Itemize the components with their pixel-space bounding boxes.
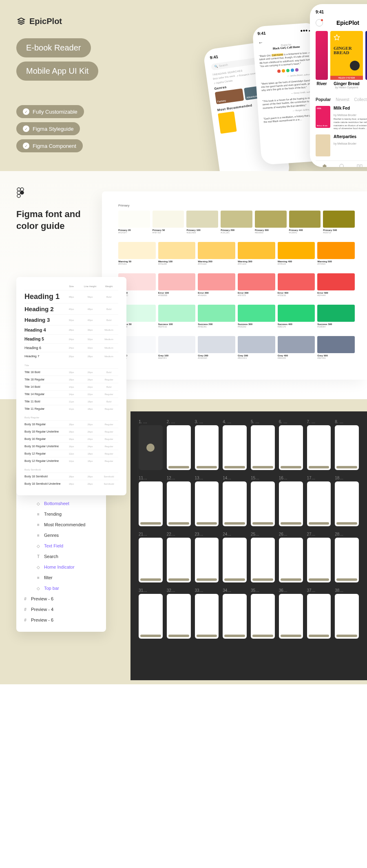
book-cover[interactable]: GINGERBREAD HELEN OYEYEMI <box>330 31 363 80</box>
screen-thumb[interactable]: 6. … <box>279 420 303 470</box>
typo-row: Body 18 Regular Underline18px26pxRegular <box>24 428 118 435</box>
typo-row: Heading 240px48pxBold <box>24 303 118 314</box>
screen-thumb[interactable]: 22… <box>167 532 191 582</box>
color-swatch: Warning 300#FFC233 <box>238 242 275 265</box>
screen-thumb[interactable]: 35… <box>251 588 275 639</box>
screen-thumb[interactable]: 26… <box>279 532 303 582</box>
screens-grid: 1. …2. …3. …4. …5. …6. …7. …8. …11…12…13… <box>130 411 367 680</box>
typo-row: Body 12 Regular Underline12px18pxRegular <box>24 457 118 464</box>
typo-row: Heading 624px32pxMedium <box>24 343 118 352</box>
notification-icon[interactable] <box>316 19 323 26</box>
layer-row[interactable]: ◇Top bar <box>23 583 99 593</box>
screen-thumb[interactable]: 33… <box>195 588 219 639</box>
search-nav-icon[interactable] <box>339 163 345 167</box>
book-list-item[interactable]: MilkMelissa Broder Milk Fed🔖 by Melissa … <box>316 106 367 130</box>
home-icon[interactable] <box>321 163 328 167</box>
layer-row[interactable]: ◇Home Indicator <box>23 562 99 572</box>
color-swatch: Grey 400#98A1B3 <box>278 336 315 359</box>
screen-thumb[interactable]: 32… <box>167 588 191 639</box>
screen-thumb[interactable]: 21… <box>139 532 163 582</box>
book-list-item[interactable]: Afterparties🔖 by Melissa Broder <box>316 134 367 156</box>
screen-thumb[interactable]: 16… <box>279 476 303 526</box>
typo-row: Title 18 Regular18px26pxRegular <box>24 376 118 383</box>
screen-thumb[interactable]: 3. … <box>195 420 219 470</box>
tab-newest[interactable]: Newest <box>336 97 349 102</box>
layer-row[interactable]: TSearch <box>23 551 99 562</box>
bottom-nav <box>316 160 367 167</box>
layer-row[interactable]: ≡filter <box>23 572 99 583</box>
screen-thumb[interactable]: 14… <box>223 476 247 526</box>
hero-section: EpicPlot E-book Reader Mobile App UI Kit… <box>0 0 367 171</box>
color-swatch: Warning 500#FF9500 <box>317 242 355 265</box>
screen-thumb[interactable]: 31… <box>139 588 163 639</box>
check-icon: ✓ <box>23 125 29 132</box>
typo-row: Body 18 Regular18px26pxRegular <box>24 420 118 428</box>
typo-row: Body 16 Regular16px24pxRegular <box>24 435 118 442</box>
screen-thumb[interactable]: 25… <box>251 532 275 582</box>
screen-thumb[interactable]: 2. … <box>167 420 191 470</box>
layer-row[interactable]: ≡Most Recommended <box>23 519 99 530</box>
screen-thumb[interactable]: 24… <box>223 532 247 582</box>
star-icon <box>334 34 340 41</box>
layer-row[interactable]: ≡Trending <box>23 509 99 519</box>
color-swatch: Error 200#FA9A9A <box>198 273 235 297</box>
screen-thumb[interactable]: 1. … <box>139 420 163 470</box>
screen-thumb[interactable]: 4. … <box>223 420 247 470</box>
screen-thumb[interactable]: 13… <box>195 476 219 526</box>
screen-thumb[interactable]: 5. … <box>251 420 275 470</box>
layer-row[interactable]: ◇Text Field <box>23 541 99 551</box>
color-swatch: Success 100#B2F5CE <box>158 305 196 328</box>
hero-line1: E-book Reader <box>16 38 91 57</box>
layer-row[interactable]: ≡Genres <box>23 530 99 541</box>
screen-thumb[interactable]: 17… <box>307 476 331 526</box>
styleguide-section: Figma font and color guide Primary Prima… <box>0 171 367 399</box>
screen-thumb[interactable]: 38… <box>335 588 359 639</box>
layer-row[interactable]: #Preview - 4 <box>23 604 99 615</box>
screen-thumb[interactable]: 18… <box>335 476 359 526</box>
screen-thumb[interactable]: 23… <box>195 532 219 582</box>
screen-thumb[interactable]: 28… <box>335 532 359 582</box>
color-swatch: Primary 100#DEDAB9 <box>186 211 218 234</box>
screen-thumb[interactable]: 27… <box>307 532 331 582</box>
color-swatch: Warning 400#FFB100 <box>278 242 315 265</box>
layer-row[interactable]: #Preview - 6 <box>23 593 99 604</box>
color-swatch: Warning 100#FFE29B <box>158 242 196 265</box>
typo-row: Body 12 Regular12px18pxRegular <box>24 450 118 457</box>
tab-collection[interactable]: Collection <box>354 97 367 102</box>
layer-row[interactable]: ◇Bottomsheet <box>23 498 99 509</box>
screen-thumb[interactable]: 15… <box>251 476 275 526</box>
screen-thumb[interactable]: 8. … <box>335 420 359 470</box>
screen-thumb[interactable]: 11… <box>139 476 163 526</box>
typo-row: Title 14 Bold14px22pxBold <box>24 383 118 390</box>
check-icon: ✓ <box>23 143 29 149</box>
screen-thumb[interactable]: 34… <box>223 588 247 639</box>
typo-row: Title 14 Regular14px22pxRegular <box>24 390 118 398</box>
feature-badge: ✓Figma Component <box>16 139 83 152</box>
phone-home: 9:41●●● 📶 ▬ EpicPlot �目 River GINGERBREA… <box>310 4 367 167</box>
typo-row: Heading 720px28pxMedium <box>24 352 118 360</box>
app-title: EpicPlot <box>336 20 359 26</box>
color-swatch: Primary 300#B5AB60 <box>255 211 287 234</box>
typo-row: Title 18 Bold18px26pxBold <box>24 368 118 376</box>
color-swatch: Success 300#4DE292 <box>238 305 275 328</box>
typo-row: Body 18 Semibold Underline18px26pxSemibo… <box>24 480 118 487</box>
color-swatch: Warning 50#FFF2D1 <box>118 242 156 265</box>
screen-thumb[interactable]: 12… <box>167 476 191 526</box>
color-swatch: Grey 300#BDC4D1 <box>238 336 275 359</box>
brand-name: EpicPlot <box>29 17 62 26</box>
phone-mockups: 9:41●●● ▬ 🔍 Search Trending searches Bes… <box>212 8 367 171</box>
screen-thumb[interactable]: 37… <box>307 588 331 639</box>
typo-row: Body 16 Regular Underline16px24pxRegular <box>24 442 118 450</box>
feature-badge: ✓Figma Styleguide <box>16 122 80 135</box>
library-icon[interactable] <box>356 163 363 167</box>
color-swatch: Primary 20#FDFDF7 <box>118 211 150 234</box>
screen-thumb[interactable]: 36… <box>279 588 303 639</box>
color-swatch: Error 400#F55E5E <box>278 273 315 297</box>
svg-point-2 <box>17 188 20 191</box>
color-swatch: Success 400#28D176 <box>278 305 315 328</box>
typo-row: Heading 148px56pxBold <box>24 290 118 303</box>
layer-row[interactable]: #Preview - 6 <box>23 615 99 625</box>
screen-thumb[interactable]: 7. … <box>307 420 331 470</box>
feature-badge: ✓Fully Customizable <box>16 105 84 118</box>
tab-popular[interactable]: Popular <box>316 97 331 102</box>
